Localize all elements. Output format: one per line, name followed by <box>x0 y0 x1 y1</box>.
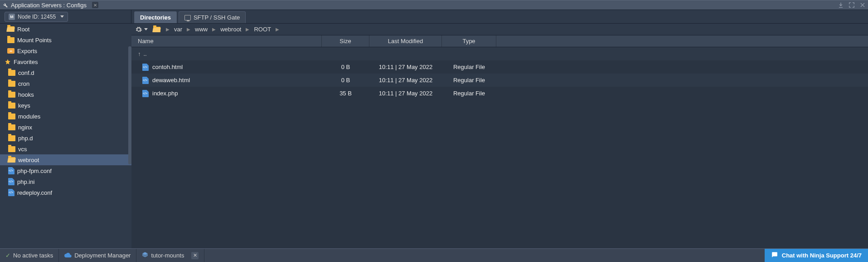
file-type: Regular File <box>442 90 496 97</box>
breadcrumb-sep-icon: ▶ <box>276 27 279 32</box>
breadcrumb-www[interactable]: www <box>195 26 208 33</box>
tree-redeploy[interactable]: redeploy.conf <box>0 187 131 198</box>
tree-label: vcs <box>18 146 27 153</box>
chat-support-button[interactable]: Chat with Ninja Support 24/7 <box>765 249 868 262</box>
tree-label: cron <box>18 80 29 87</box>
file-icon <box>8 189 15 196</box>
tree-hooks[interactable]: hooks <box>0 89 131 100</box>
file-type: Regular File <box>442 77 496 84</box>
tree-keys[interactable]: keys <box>0 100 131 111</box>
col-size[interactable]: Size <box>322 35 369 47</box>
php-file-icon <box>142 90 149 97</box>
folder-icon <box>8 114 15 119</box>
download-icon[interactable] <box>837 1 844 9</box>
check-icon: ✓ <box>5 252 10 259</box>
file-size: 35 B <box>322 90 369 97</box>
breadcrumb-sep-icon: ▶ <box>246 27 249 32</box>
folder-open-icon[interactable] <box>153 27 160 32</box>
tree-root[interactable]: Root <box>0 24 131 35</box>
top-strip: M Node ID: 12455 Directories SFTP / SSH … <box>0 10 868 24</box>
tree-phpd[interactable]: php.d <box>0 133 131 143</box>
deploy-label: Deployment Manager <box>74 252 131 259</box>
tree-mount-points[interactable]: Mount Points <box>0 35 131 45</box>
col-name[interactable]: Name <box>131 35 322 47</box>
tree-nginx[interactable]: nginx <box>0 122 131 133</box>
tree-label: php.d <box>18 135 33 142</box>
maximize-icon[interactable] <box>848 1 855 9</box>
tree-label: php-fpm.conf <box>17 168 52 174</box>
tree-phpfpm[interactable]: php-fpm.conf <box>0 165 131 176</box>
folder-icon <box>8 81 15 87</box>
tree-label: conf.d <box>18 69 34 76</box>
tab-label: SFTP / SSH Gate <box>194 14 240 21</box>
col-type[interactable]: Type <box>442 35 496 47</box>
tree-label: Root <box>17 26 29 33</box>
gear-icon[interactable] <box>135 26 142 33</box>
tree-label: Exports <box>17 48 37 54</box>
tree-phpini[interactable]: php.ini <box>0 176 131 187</box>
tree-label: Favorites <box>14 59 38 65</box>
file-row-up[interactable]: ↑ .. <box>131 47 868 60</box>
tree-cron[interactable]: cron <box>0 78 131 89</box>
node-id-label: Node ID: 12455 <box>18 14 56 20</box>
file-icon <box>8 167 15 174</box>
breadcrumb-webroot[interactable]: webroot <box>220 26 241 33</box>
tree-label: php.ini <box>17 178 34 185</box>
tab-close-icon[interactable]: ✕ <box>191 252 199 259</box>
folder-icon <box>8 70 15 76</box>
tasks-status[interactable]: ✓ No active tasks <box>0 249 59 262</box>
breadcrumb-var[interactable]: var <box>174 26 182 33</box>
body: Root Mount Points ∞ Exports Favorites co… <box>0 24 868 248</box>
file-name: contoh.html <box>152 64 183 70</box>
folder-icon <box>8 92 15 98</box>
main-panel: ▶ var ▶ www ▶ webroot ▶ ROOT ▶ Name Size… <box>131 24 868 248</box>
file-row[interactable]: index.php 35 B 10:11 | 27 May 2022 Regul… <box>131 87 868 100</box>
chat-label: Chat with Ninja Support 24/7 <box>782 252 862 259</box>
tree-favorites[interactable]: Favorites <box>0 56 131 67</box>
folder-tree: Root Mount Points ∞ Exports Favorites co… <box>0 24 131 248</box>
file-row[interactable]: dewaweb.html 0 B 10:11 | 27 May 2022 Reg… <box>131 74 868 87</box>
up-label: .. <box>144 50 147 57</box>
node-badge-icon: M <box>9 14 15 20</box>
bottombar: ✓ No active tasks Deployment Manager tut… <box>0 248 868 262</box>
chevron-down-icon[interactable] <box>144 28 148 30</box>
folder-icon <box>7 37 15 43</box>
main-tabs: Directories SFTP / SSH Gate <box>131 10 246 23</box>
close-icon[interactable] <box>859 1 866 9</box>
breadcrumb-sep-icon: ▶ <box>187 27 190 32</box>
tree-confd[interactable]: conf.d <box>0 67 131 78</box>
cloud-icon <box>64 252 72 259</box>
tree-webroot[interactable]: webroot <box>0 154 131 165</box>
tree-label: nginx <box>18 124 32 131</box>
tasks-label: No active tasks <box>13 252 53 259</box>
stack-icon <box>142 252 148 259</box>
titlebar-tab[interactable]: Application Servers : Configs ✕ <box>2 2 98 9</box>
exports-icon: ∞ <box>7 48 15 54</box>
tree-label: hooks <box>18 91 34 98</box>
deployment-manager-tab[interactable]: Deployment Manager <box>59 249 136 262</box>
breadcrumb-root[interactable]: ROOT <box>254 26 271 33</box>
node-selector-area: M Node ID: 12455 <box>0 10 131 23</box>
scrollbar-thumb[interactable] <box>128 46 131 164</box>
file-type: Regular File <box>442 64 496 70</box>
file-row[interactable]: contoh.html 0 B 10:11 | 27 May 2022 Regu… <box>131 60 868 74</box>
file-icon <box>8 178 15 185</box>
file-size: 0 B <box>322 64 369 70</box>
html-file-icon <box>142 77 149 84</box>
tab-label: Directories <box>140 14 171 21</box>
file-name: index.php <box>152 90 178 97</box>
tutor-mounts-tab[interactable]: tutor-mounts ✕ <box>136 249 204 262</box>
tree-exports[interactable]: ∞ Exports <box>0 45 131 56</box>
tab-directories[interactable]: Directories <box>134 11 177 23</box>
monitor-icon <box>184 15 191 20</box>
tree-modules[interactable]: modules <box>0 111 131 122</box>
file-modified: 10:11 | 27 May 2022 <box>369 64 442 70</box>
tab-close-icon[interactable]: ✕ <box>92 2 98 8</box>
tab-sftp[interactable]: SFTP / SSH Gate <box>179 11 246 23</box>
node-selector[interactable]: M Node ID: 12455 <box>5 12 68 22</box>
col-modified[interactable]: Last Modified <box>369 35 442 47</box>
chat-icon <box>771 252 778 259</box>
window-title: Application Servers : Configs <box>11 2 87 9</box>
tree-vcs[interactable]: vcs <box>0 143 131 154</box>
folder-icon <box>8 146 15 152</box>
